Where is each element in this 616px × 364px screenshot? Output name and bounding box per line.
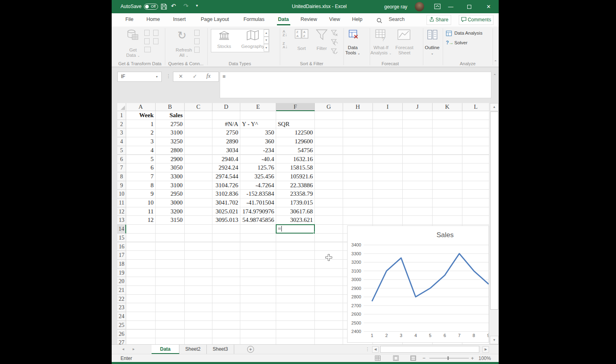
cell-L2[interactable] <box>462 120 489 129</box>
cell-F17[interactable] <box>276 251 315 260</box>
row-header-14[interactable]: 14 <box>117 225 126 234</box>
comments-button[interactable]: Comments <box>459 15 493 25</box>
row-header-25[interactable]: 25 <box>117 321 126 330</box>
cell-K7[interactable] <box>433 163 462 172</box>
cell-B26[interactable] <box>156 330 185 339</box>
avatar[interactable] <box>415 2 424 11</box>
share-button[interactable]: Share <box>427 15 451 25</box>
cell-D7[interactable]: 2924.24 <box>212 163 240 172</box>
page-break-view-icon[interactable] <box>410 356 416 361</box>
row-header-5[interactable]: 5 <box>117 146 126 155</box>
gallery-up-icon[interactable]: ▲ <box>264 29 269 37</box>
cell-J13[interactable] <box>403 216 433 225</box>
col-header-E[interactable]: E <box>240 103 276 111</box>
cell-J4[interactable] <box>403 137 433 146</box>
cell-C21[interactable] <box>185 286 212 295</box>
data-tools-icon[interactable] <box>349 30 359 40</box>
cell-E27[interactable] <box>240 338 276 344</box>
cell-E22[interactable] <box>240 295 276 304</box>
menu-tab-file[interactable]: File <box>125 17 133 22</box>
cell-I2[interactable] <box>373 120 403 129</box>
cell-A10[interactable]: 9 <box>126 190 156 199</box>
sort-az-icon[interactable]: AZ↓ <box>283 30 287 37</box>
cell-E26[interactable] <box>240 330 276 339</box>
cell-B23[interactable] <box>156 303 185 312</box>
cell-A24[interactable] <box>126 312 156 321</box>
horizontal-scroll-thumb[interactable] <box>380 346 479 353</box>
menu-tab-home[interactable]: Home <box>146 17 160 22</box>
cell-A1[interactable]: Week <box>126 111 156 120</box>
row-header-8[interactable]: 8 <box>117 172 126 181</box>
cell-C16[interactable] <box>185 242 212 251</box>
cell-G24[interactable] <box>315 312 343 321</box>
cell-K10[interactable] <box>433 190 462 199</box>
cell-H13[interactable] <box>343 216 373 225</box>
name-box[interactable]: IF▾ <box>117 72 162 82</box>
cell-I4[interactable] <box>373 137 403 146</box>
cell-A11[interactable]: 10 <box>126 199 156 207</box>
cell-H9[interactable] <box>343 181 373 190</box>
cell-G26[interactable] <box>315 330 343 339</box>
cell-J1[interactable] <box>403 111 433 120</box>
cell-H10[interactable] <box>343 190 373 199</box>
zoom-slider-thumb[interactable] <box>447 356 449 360</box>
cell-B11[interactable]: 3000 <box>156 199 185 207</box>
row-header-24[interactable]: 24 <box>117 312 126 321</box>
cell-E19[interactable] <box>240 269 276 277</box>
cell-B1[interactable]: Sales <box>156 111 185 120</box>
cell-E18[interactable] <box>240 260 276 269</box>
cell-G8[interactable] <box>315 172 343 181</box>
cell-D1[interactable] <box>212 111 240 120</box>
cell-I8[interactable] <box>373 172 403 181</box>
select-all-corner[interactable] <box>117 103 126 111</box>
col-header-D[interactable]: D <box>212 103 240 111</box>
advanced-filter-icon[interactable] <box>331 48 338 55</box>
refresh-all-icon[interactable]: ↻ <box>177 29 187 42</box>
cell-E15[interactable] <box>240 234 276 242</box>
cell-F22[interactable] <box>276 295 315 304</box>
gallery-more-icon[interactable]: ▼ <box>264 44 269 52</box>
cell-C20[interactable] <box>185 277 212 286</box>
cell-G6[interactable] <box>315 155 343 164</box>
row-header-27[interactable]: 27 <box>117 338 126 344</box>
gallery-down-icon[interactable]: ▼ <box>264 37 269 44</box>
cell-K6[interactable] <box>433 155 462 164</box>
cell-H8[interactable] <box>343 172 373 181</box>
cell-C14[interactable] <box>185 225 212 234</box>
cell-F19[interactable] <box>276 269 315 277</box>
cell-C23[interactable] <box>185 303 212 312</box>
cell-D9[interactable]: 3104.726 <box>212 181 240 190</box>
cell-H6[interactable] <box>343 155 373 164</box>
page-layout-view-icon[interactable] <box>393 356 399 361</box>
cell-A22[interactable] <box>126 295 156 304</box>
cell-C22[interactable] <box>185 295 212 304</box>
redo-icon[interactable]: ↷ <box>183 2 189 10</box>
stocks-button[interactable]: Stocks <box>217 44 231 49</box>
cell-D12[interactable]: 3025.021 <box>212 207 240 216</box>
filter-button[interactable]: Filter <box>316 46 327 51</box>
filter-icon[interactable] <box>316 29 328 41</box>
name-box-splitter-icon[interactable]: ⋮ <box>166 73 171 79</box>
scroll-up-icon[interactable]: ▲ <box>490 103 499 111</box>
cell-D2[interactable]: #N/A <box>212 120 240 129</box>
cell-D3[interactable]: 2750 <box>212 128 240 137</box>
zoom-level[interactable]: 100% <box>479 356 491 361</box>
cell-F10[interactable]: 23358.79 <box>276 190 315 199</box>
cell-A7[interactable]: 6 <box>126 163 156 172</box>
cell-K2[interactable] <box>433 120 462 129</box>
cell-B20[interactable] <box>156 277 185 286</box>
horizontal-scrollbar[interactable] <box>379 346 481 353</box>
cell-I5[interactable] <box>373 146 403 155</box>
cell-G10[interactable] <box>315 190 343 199</box>
row-header-16[interactable]: 16 <box>117 242 126 251</box>
reapply-filter-icon[interactable] <box>331 39 338 46</box>
enter-icon[interactable]: ✓ <box>193 73 197 79</box>
cell-G2[interactable] <box>315 120 343 129</box>
menu-tab-insert[interactable]: Insert <box>173 17 185 22</box>
cell-D11[interactable]: 3041.702 <box>212 199 240 207</box>
cell-I11[interactable] <box>373 199 403 207</box>
cell-K3[interactable] <box>433 128 462 137</box>
cell-L6[interactable] <box>462 155 489 164</box>
cell-A16[interactable] <box>126 242 156 251</box>
cell-D24[interactable] <box>212 312 240 321</box>
